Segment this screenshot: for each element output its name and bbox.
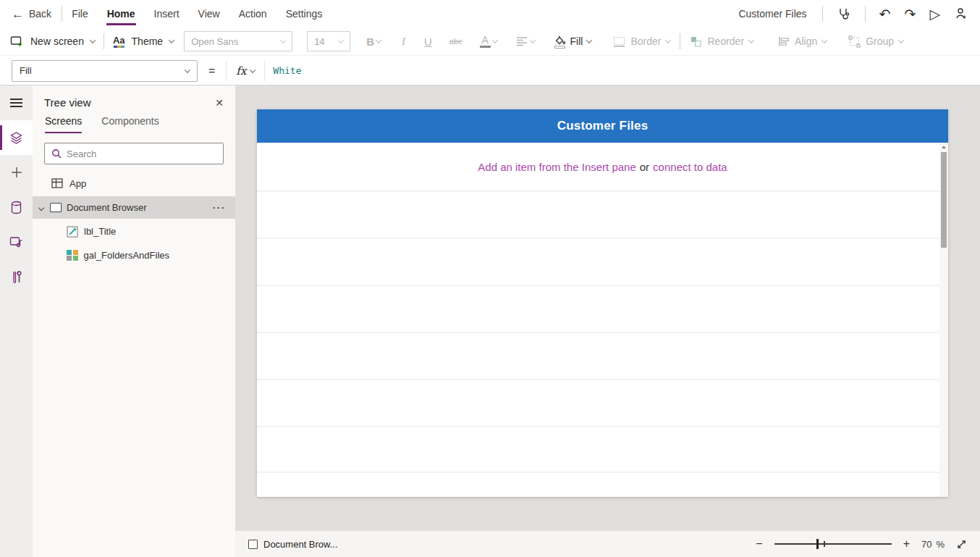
share-person-add-icon[interactable]	[954, 7, 968, 21]
rail-media-button[interactable]	[0, 225, 33, 259]
back-arrow-icon: ←	[12, 8, 24, 20]
database-icon	[10, 201, 22, 214]
insert-pane-link[interactable]: Add an item from the Insert pane	[478, 161, 635, 173]
menu-item-view[interactable]: View	[189, 0, 229, 28]
tree-item-lbl-title[interactable]: lbl_Title	[33, 220, 235, 243]
menu-item-action[interactable]: Action	[229, 0, 276, 28]
label-control-icon	[67, 226, 78, 238]
new-screen-label: New screen	[30, 35, 84, 47]
font-size-select[interactable]: 14	[307, 31, 350, 51]
scrollbar-up-icon[interactable]	[942, 146, 946, 148]
media-icon	[9, 235, 23, 248]
strikethrough-button[interactable]: abc	[449, 37, 462, 46]
rail-data-button[interactable]	[0, 190, 33, 225]
rail-tree-view-button[interactable]	[0, 120, 33, 155]
property-select[interactable]: Fill	[12, 60, 198, 82]
rail-insert-button[interactable]	[0, 155, 33, 190]
formula-bar: Fill = fx	[0, 56, 980, 85]
back-button[interactable]: ← Back	[12, 8, 51, 20]
screen-checkbox[interactable]	[248, 540, 258, 549]
screen-title-bar[interactable]: Customer Files	[257, 109, 948, 143]
undo-icon[interactable]: ↶	[879, 7, 891, 21]
hamburger-icon	[10, 96, 22, 109]
search-input[interactable]	[67, 148, 216, 159]
toolbar-divider	[680, 33, 680, 49]
close-icon[interactable]: ✕	[215, 97, 224, 109]
search-icon	[51, 148, 62, 159]
tree-item-document-browser[interactable]: Document Browser ···	[33, 196, 235, 219]
reorder-button[interactable]: Reorder	[690, 35, 753, 48]
app-title: Customer Files	[738, 8, 806, 20]
chevron-down-icon	[250, 67, 255, 72]
more-options-icon[interactable]: ···	[213, 203, 226, 213]
zoom-slider-thumb[interactable]	[816, 539, 819, 549]
strikethrough-icon: abc	[449, 37, 462, 46]
italic-button[interactable]: I	[402, 35, 405, 48]
tab-screens[interactable]: Screens	[45, 115, 82, 133]
app-checker-stethoscope-icon[interactable]	[837, 7, 851, 21]
tree-search-box[interactable]	[44, 143, 224, 164]
zoom-in-button[interactable]: +	[903, 537, 910, 550]
bold-button[interactable]: B	[366, 35, 381, 48]
gallery-row-separator	[257, 285, 939, 286]
group-icon	[848, 35, 861, 48]
current-screen-label: Document Brow...	[263, 539, 338, 550]
scrollbar-thumb[interactable]	[941, 152, 947, 248]
underline-icon: U	[424, 35, 432, 48]
new-screen-button[interactable]: New screen	[10, 35, 95, 48]
content-region: Tree view ✕ Screens Components App	[0, 85, 980, 557]
zoom-out-button[interactable]: −	[756, 537, 762, 550]
chevron-down-icon[interactable]	[38, 204, 44, 210]
italic-icon: I	[402, 35, 405, 48]
theme-label: Theme	[132, 35, 164, 47]
menu-item-insert[interactable]: Insert	[145, 0, 189, 28]
tree-item-gal-foldersandfiles[interactable]: gal_FoldersAndFiles	[33, 244, 235, 267]
screen-artboard[interactable]: Customer Files Add an item from the Inse…	[257, 109, 948, 497]
preview-play-icon[interactable]: ▷	[929, 7, 940, 21]
rail-hamburger-button[interactable]	[0, 85, 33, 120]
tab-components[interactable]: Components	[101, 115, 159, 133]
fx-dropdown[interactable]: fx	[226, 61, 265, 81]
font-color-button[interactable]: A	[480, 35, 497, 48]
gallery-scrollbar[interactable]	[939, 143, 948, 497]
menu-item-settings[interactable]: Settings	[276, 0, 332, 28]
zoom-slider[interactable]	[774, 538, 892, 550]
text-align-icon	[516, 36, 528, 46]
border-label: Border	[630, 35, 661, 47]
gallery-row-separator	[257, 472, 939, 473]
menu-item-home[interactable]: Home	[98, 0, 145, 28]
rail-advanced-tools-button[interactable]	[0, 259, 33, 294]
fit-to-window-icon[interactable]	[956, 539, 967, 550]
text-align-button[interactable]	[516, 36, 535, 46]
group-button[interactable]: Group	[848, 35, 903, 48]
canvas-area: Customer Files Add an item from the Inse…	[235, 85, 980, 557]
underline-button[interactable]: U	[424, 35, 432, 48]
font-family-select[interactable]: Open Sans	[184, 31, 292, 51]
chevron-down-icon	[280, 37, 286, 43]
tree-item-app[interactable]: App	[33, 172, 235, 194]
chevron-down-icon	[338, 37, 344, 43]
font-size-value: 14	[314, 36, 324, 47]
zoom-slider-track[interactable]	[774, 543, 892, 545]
align-button[interactable]: Align	[778, 35, 827, 47]
theme-button[interactable]: Aa Theme	[113, 35, 174, 48]
tree-view-panel: Tree view ✕ Screens Components App	[33, 85, 235, 557]
top-menu-bar: ← Back File Home Insert View Action Sett…	[0, 0, 980, 28]
border-icon	[613, 36, 625, 47]
fill-label: Fill	[570, 35, 583, 47]
gallery-placeholder-row: Add an item from the Insert pane or conn…	[257, 143, 948, 190]
formula-input[interactable]	[265, 65, 980, 76]
connect-to-data-link[interactable]: connect to data	[653, 161, 727, 173]
menu-item-file[interactable]: File	[62, 0, 98, 28]
font-color-icon: A	[480, 35, 491, 48]
fill-button[interactable]: Fill	[554, 35, 592, 49]
tree-item-label: App	[69, 178, 86, 189]
status-bar: Document Brow... − + 70 %	[235, 531, 980, 557]
panel-title: Tree view	[44, 96, 90, 109]
redo-icon[interactable]: ↷	[904, 7, 916, 21]
screen-title-label: Customer Files	[557, 119, 649, 133]
border-button[interactable]: Border	[613, 35, 670, 47]
zoom-percentage-value: 70	[921, 539, 932, 550]
layers-icon	[9, 131, 23, 145]
placeholder-or-text: or	[640, 161, 649, 173]
